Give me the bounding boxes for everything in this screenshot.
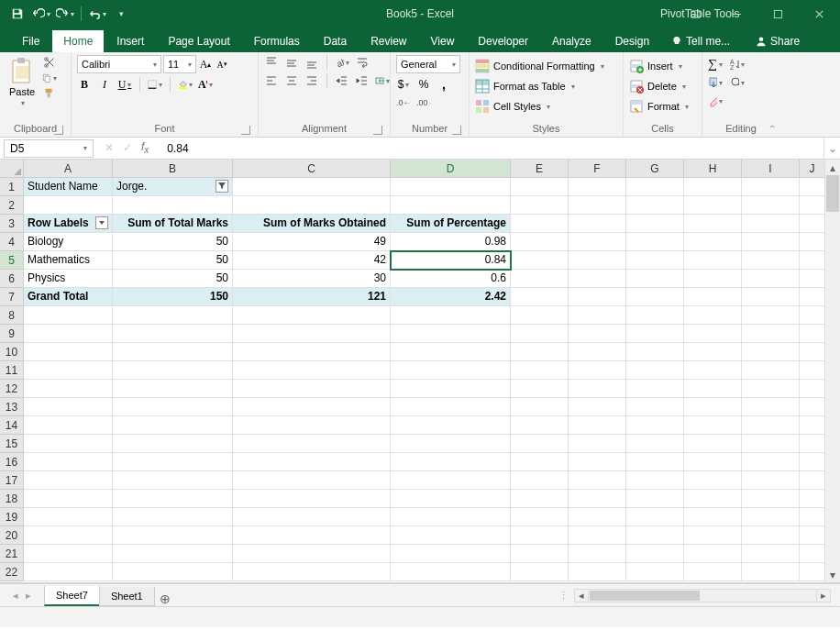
wrap-text-button[interactable]: [355, 55, 370, 70]
cell[interactable]: [684, 508, 742, 526]
column-header[interactable]: C: [233, 160, 391, 177]
cell[interactable]: [511, 196, 569, 215]
cell[interactable]: [626, 380, 684, 398]
cell[interactable]: [233, 380, 391, 398]
cell[interactable]: [113, 361, 233, 380]
cell[interactable]: [742, 288, 800, 306]
cell[interactable]: [233, 361, 391, 380]
cell[interactable]: [391, 490, 511, 508]
column-header[interactable]: J: [800, 160, 825, 177]
cell[interactable]: [24, 361, 113, 380]
cell[interactable]: [511, 251, 569, 270]
cells-area[interactable]: Student NameJorge.Row LabelsSum of Total…: [24, 178, 825, 581]
cell[interactable]: [233, 325, 391, 343]
conditional-formatting-button[interactable]: Conditional Formatting▾: [475, 57, 604, 75]
undo2-icon[interactable]: ▾: [87, 4, 107, 24]
row-header[interactable]: 16: [0, 453, 23, 471]
autosum-button[interactable]: ∑▾: [708, 57, 723, 72]
cell[interactable]: [391, 545, 511, 563]
column-header[interactable]: H: [684, 160, 742, 177]
cell[interactable]: [626, 270, 684, 288]
cell[interactable]: [742, 343, 800, 361]
cell[interactable]: [569, 325, 626, 343]
cell[interactable]: Row Labels: [24, 215, 113, 233]
cell[interactable]: Sum of Percentage: [391, 215, 511, 233]
clear-button[interactable]: ▾: [708, 94, 723, 108]
cell[interactable]: [233, 563, 391, 581]
cell[interactable]: [684, 490, 742, 508]
cell[interactable]: [626, 416, 684, 435]
cell[interactable]: [800, 251, 825, 270]
cell[interactable]: [24, 563, 113, 581]
accounting-format-button[interactable]: $▾: [396, 77, 411, 92]
cell[interactable]: 0.6: [391, 270, 511, 288]
cell[interactable]: [113, 545, 233, 563]
horizontal-scroll-thumb[interactable]: [590, 591, 700, 601]
row-header[interactable]: 3: [0, 215, 23, 233]
cell[interactable]: [233, 508, 391, 526]
cell[interactable]: [684, 380, 742, 398]
cell[interactable]: Student Name: [24, 178, 113, 196]
cell[interactable]: [742, 453, 800, 471]
vertical-scrollbar[interactable]: ▴ ▾: [824, 160, 840, 582]
cell[interactable]: [391, 416, 511, 435]
cell[interactable]: [800, 178, 825, 196]
cell[interactable]: 150: [113, 288, 233, 306]
font-color-button[interactable]: A▾: [198, 77, 213, 92]
cell[interactable]: [511, 288, 569, 306]
cell[interactable]: [684, 270, 742, 288]
bold-button[interactable]: B: [77, 77, 92, 92]
cell[interactable]: [391, 325, 511, 343]
cell[interactable]: [626, 251, 684, 270]
save-icon[interactable]: [7, 4, 28, 24]
cell[interactable]: [626, 490, 684, 508]
cell[interactable]: [24, 526, 113, 545]
row-header[interactable]: 4: [0, 233, 23, 251]
vertical-scroll-thumb[interactable]: [826, 175, 839, 212]
row-header[interactable]: 14: [0, 416, 23, 435]
row-header[interactable]: 10: [0, 343, 23, 361]
cell[interactable]: Sum of Total Marks: [113, 215, 233, 233]
format-painter-button[interactable]: [42, 86, 57, 101]
cell[interactable]: [391, 453, 511, 471]
cell[interactable]: [569, 361, 626, 380]
cell[interactable]: [684, 288, 742, 306]
decrease-font-button[interactable]: A▾: [215, 57, 229, 72]
cut-button[interactable]: [42, 55, 57, 70]
cell[interactable]: [800, 361, 825, 380]
cell[interactable]: [684, 325, 742, 343]
column-header[interactable]: G: [626, 160, 684, 177]
cell[interactable]: [626, 325, 684, 343]
row-header[interactable]: 18: [0, 490, 23, 508]
cell[interactable]: [684, 306, 742, 325]
cell[interactable]: [626, 343, 684, 361]
cell[interactable]: [391, 471, 511, 490]
cell[interactable]: [742, 270, 800, 288]
row-header[interactable]: 12: [0, 380, 23, 398]
cell[interactable]: [684, 526, 742, 545]
cell[interactable]: [800, 343, 825, 361]
tab-analyze[interactable]: Analyze: [541, 30, 602, 52]
qat-customize-icon[interactable]: ▾: [111, 4, 131, 24]
cell[interactable]: [742, 380, 800, 398]
cell[interactable]: [569, 435, 626, 453]
cell[interactable]: [742, 526, 800, 545]
cell[interactable]: [24, 508, 113, 526]
cell-styles-button[interactable]: Cell Styles▾: [475, 97, 550, 116]
cell[interactable]: [684, 251, 742, 270]
cell[interactable]: [233, 471, 391, 490]
align-left-button[interactable]: [264, 73, 279, 88]
name-box[interactable]: D5▾: [4, 139, 94, 158]
cell[interactable]: [24, 545, 113, 563]
cell[interactable]: [684, 398, 742, 416]
merge-center-button[interactable]: ▾: [375, 73, 390, 88]
orientation-button[interactable]: ab▾: [335, 55, 349, 70]
cell[interactable]: [569, 398, 626, 416]
row-header[interactable]: 17: [0, 471, 23, 490]
underline-button[interactable]: U▾: [117, 77, 132, 92]
fill-button[interactable]: ▾: [708, 75, 723, 90]
cell[interactable]: [800, 563, 825, 581]
cell[interactable]: [742, 325, 800, 343]
cell[interactable]: [113, 471, 233, 490]
cell[interactable]: [391, 178, 511, 196]
